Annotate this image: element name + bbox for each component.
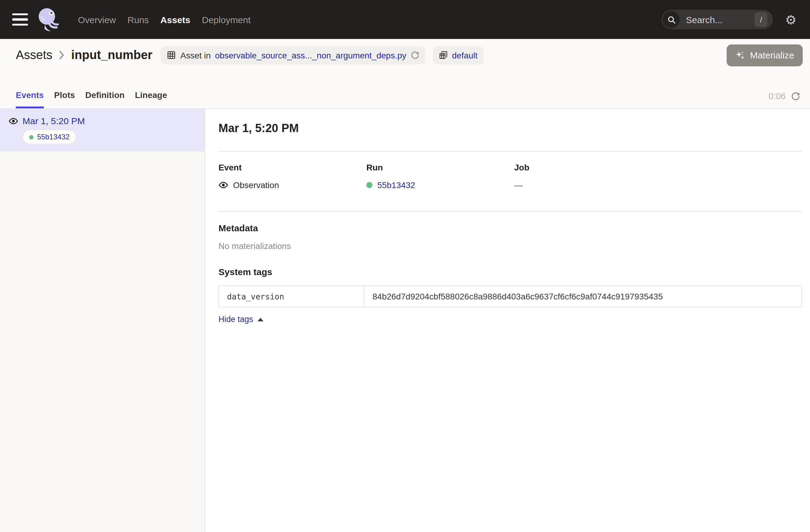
metadata-heading: Metadata: [218, 223, 802, 234]
breadcrumb: Assets input_number Asset in observable_…: [0, 39, 810, 71]
octopus-logo-graphic: [36, 6, 61, 33]
event-meta-labels: Event Run Job: [218, 162, 802, 173]
event-detail-title: Mar 1, 5:20 PM: [218, 121, 802, 135]
asset-tabs: Events Plots Definition Lineage 0:06: [0, 71, 810, 108]
refresh-countdown: 0:06: [768, 91, 785, 101]
event-timestamp-link[interactable]: Mar 1, 5:20 PM: [22, 116, 85, 126]
run-id-chip[interactable]: 55b13432: [23, 130, 76, 144]
job-column-label: Job: [514, 162, 802, 173]
page-title: input_number: [71, 48, 152, 62]
asset-definition-pill[interactable]: Asset in observable_source_ass..._non_ar…: [161, 46, 425, 64]
run-chip-label: 55b13432: [37, 133, 70, 141]
code-location-pill[interactable]: default: [432, 46, 484, 64]
search-icon: [663, 11, 680, 28]
top-nav: Overview Runs Assets Deployment / ⚙: [0, 0, 810, 39]
nav-link-overview[interactable]: Overview: [77, 12, 117, 27]
run-id-link[interactable]: 55b13432: [377, 179, 415, 191]
tag-value-cell: 84b26d7d9204cbf588026c8a9886d403a6c9637c…: [364, 286, 801, 307]
nav-link-runs[interactable]: Runs: [126, 12, 150, 27]
hide-tags-label: Hide tags: [218, 315, 253, 324]
materialize-button[interactable]: Materialize: [727, 44, 803, 66]
chevron-right-icon: [59, 50, 65, 60]
observation-eye-icon: [218, 180, 228, 190]
asset-file-link[interactable]: observable_source_ass..._non_argument_de…: [215, 50, 406, 60]
code-location-link[interactable]: default: [452, 50, 477, 60]
event-type-text: Observation: [233, 179, 279, 191]
nav-right-cluster: / ⚙: [662, 10, 797, 29]
refresh-icon[interactable]: [791, 92, 800, 101]
tab-definition[interactable]: Definition: [85, 71, 125, 108]
run-status-dot: [366, 182, 372, 188]
content-area: Mar 1, 5:20 PM 55b13432 Mar 1, 5:20 PM E…: [0, 109, 810, 532]
event-list-sidebar: Mar 1, 5:20 PM 55b13432: [0, 109, 205, 532]
nav-link-assets[interactable]: Assets: [159, 12, 191, 27]
hide-tags-link[interactable]: Hide tags: [218, 315, 263, 324]
tab-events[interactable]: Events: [16, 71, 44, 108]
event-list-item-selected[interactable]: Mar 1, 5:20 PM 55b13432: [0, 109, 205, 151]
sparkle-icon: [735, 50, 745, 60]
reload-icon[interactable]: [410, 51, 419, 59]
asset-header-band: Assets input_number Asset in observable_…: [0, 39, 810, 109]
job-empty-dash: —: [514, 179, 523, 191]
workspace-grid-icon: [438, 50, 448, 60]
divider: [218, 151, 802, 151]
nav-links: Overview Runs Assets Deployment: [77, 12, 252, 27]
job-value: —: [514, 179, 802, 191]
system-tags-heading: System tags: [218, 267, 802, 277]
materialize-label: Materialize: [750, 50, 794, 60]
event-type-value: Observation: [218, 179, 366, 191]
event-detail-panel: Mar 1, 5:20 PM Event Run Job Observation: [205, 109, 810, 532]
asset-pill-prefix: Asset in: [180, 50, 211, 60]
tab-plots[interactable]: Plots: [54, 71, 75, 108]
search-box[interactable]: /: [662, 10, 773, 29]
app-root: Overview Runs Assets Deployment / ⚙ Asse…: [0, 0, 810, 532]
event-column-label: Event: [218, 162, 366, 173]
metadata-empty-text: No materializations: [218, 241, 802, 252]
run-column-label: Run: [366, 162, 514, 173]
gear-icon[interactable]: ⚙: [785, 13, 797, 26]
run-value: 55b13432: [366, 179, 514, 191]
tag-key-cell: data_version: [219, 286, 364, 307]
hamburger-menu-icon[interactable]: [12, 13, 28, 26]
search-input[interactable]: [685, 14, 743, 25]
system-tags-table: data_version 84b26d7d9204cbf588026c8a988…: [218, 286, 802, 307]
run-status-dot: [29, 135, 33, 139]
search-shortcut-badge: /: [755, 12, 767, 27]
caret-up-icon: [257, 318, 263, 321]
divider: [218, 211, 802, 212]
table-grid-icon: [167, 50, 176, 60]
refresh-timer-cluster: 0:06: [768, 71, 800, 108]
observation-eye-icon: [9, 116, 18, 126]
breadcrumb-assets-link[interactable]: Assets: [16, 48, 52, 62]
dagster-logo-icon[interactable]: [36, 6, 61, 33]
nav-link-deployment[interactable]: Deployment: [201, 12, 252, 27]
tab-lineage[interactable]: Lineage: [135, 71, 167, 108]
event-meta-values: Observation 55b13432 —: [218, 179, 802, 191]
